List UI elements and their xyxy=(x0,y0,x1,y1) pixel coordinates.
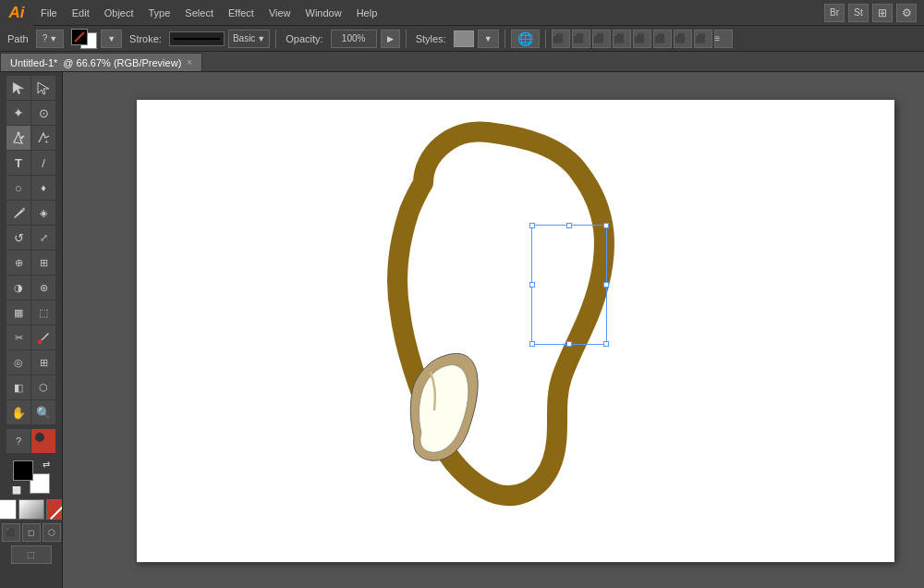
tool-row-5: ○ ♦ xyxy=(6,176,55,200)
grid-icon-btn[interactable]: ⊞ xyxy=(872,4,893,22)
line-tool[interactable]: / xyxy=(31,151,55,175)
align-left-btn[interactable]: ⬛ xyxy=(552,30,570,48)
column-graph-tool[interactable]: ▦ xyxy=(6,300,30,325)
opacity-arrow-btn[interactable]: ▶ xyxy=(381,30,400,48)
lasso-tool[interactable]: ⊙ xyxy=(31,101,55,125)
shape-builder-tool[interactable]: ◑ xyxy=(6,276,30,300)
menu-bar: Ai File Edit Object Type Select Effect V… xyxy=(0,0,924,26)
ellipse-tool[interactable]: ○ xyxy=(6,176,30,200)
swap-colors-icon[interactable]: ⇄ xyxy=(43,459,50,470)
question-tool[interactable]: ? xyxy=(6,429,30,453)
menu-select[interactable]: Select xyxy=(177,0,221,26)
paintbrush-tool[interactable]: ♦ xyxy=(31,176,55,200)
direct-select-tool[interactable] xyxy=(31,76,55,100)
hand-tool[interactable]: ✋ xyxy=(6,400,30,424)
free-transform-tool[interactable]: ⊞ xyxy=(31,251,55,275)
tool-row-14: ✋ 🔍 xyxy=(6,400,55,424)
align-top-btn[interactable]: ⬛ xyxy=(613,30,631,48)
align-center-v-btn[interactable]: ⬛ xyxy=(633,30,651,48)
slice-tool[interactable]: ✂ xyxy=(6,325,30,349)
align-center-h-btn[interactable]: ⬛ xyxy=(572,30,590,48)
stock-icon-btn[interactable]: St xyxy=(848,4,869,22)
stroke-preview[interactable] xyxy=(169,31,225,46)
tool-row-8: ⊕ ⊞ xyxy=(6,251,55,275)
select-tool[interactable] xyxy=(6,76,30,100)
menu-edit[interactable]: Edit xyxy=(65,0,97,26)
svg-marker-0 xyxy=(13,82,24,94)
add-anchor-tool[interactable]: + xyxy=(31,126,55,150)
gradient-tool[interactable]: ◧ xyxy=(6,375,30,399)
gradient-swatch[interactable] xyxy=(18,499,44,520)
menu-help[interactable]: Help xyxy=(349,0,385,26)
align-bottom-btn[interactable]: ⬛ xyxy=(653,30,672,48)
scale-tool[interactable]: ⤢ xyxy=(31,226,55,250)
artboard-tool[interactable]: ⬚ xyxy=(31,300,55,325)
default-colors-icon[interactable]: ⬜ xyxy=(12,486,21,495)
fill-arrow-btn[interactable]: ▼ xyxy=(101,30,122,48)
eyedropper-tool[interactable] xyxy=(31,325,55,349)
align-right-btn[interactable]: ⬛ xyxy=(592,30,611,48)
canvas-area[interactable] xyxy=(63,72,924,588)
pencil-tool[interactable] xyxy=(6,201,30,225)
path-type-btn[interactable]: ? ▼ xyxy=(36,30,64,48)
color-section: ? ⇄ ⬜ xyxy=(0,429,63,564)
normal-mode-btn[interactable]: ⬛ xyxy=(2,523,20,542)
pen-tool[interactable] xyxy=(6,126,30,150)
menu-file[interactable]: File xyxy=(33,0,65,26)
misc-row: ? xyxy=(6,429,55,453)
live-paint-tool[interactable]: ⬡ xyxy=(31,375,55,399)
tool-row-2: ✦ ⊙ xyxy=(6,101,55,125)
blend-tool[interactable]: ◎ xyxy=(6,350,30,374)
document-tab[interactable]: Untitled-1* @ 66.67% (RGB/Preview) × xyxy=(0,53,202,71)
globe-btn[interactable]: 🌐 xyxy=(511,30,540,48)
puppet-warp-tool[interactable]: ⊕ xyxy=(6,251,30,275)
stroke-type-select[interactable]: Basic▼ xyxy=(228,30,270,48)
type-tool[interactable]: T xyxy=(6,151,30,175)
isolation-mode-btn[interactable]: ⬡ xyxy=(43,523,61,542)
opacity-input[interactable] xyxy=(331,30,377,48)
distribute-v-btn[interactable]: ⬛ xyxy=(694,30,712,48)
tool-row-11: ✂ xyxy=(6,325,55,349)
bridge-icon-btn[interactable]: Br xyxy=(824,4,845,22)
menu-type[interactable]: Type xyxy=(141,0,178,26)
tool-row-10: ▦ ⬚ xyxy=(6,300,55,325)
spiral-indicator xyxy=(31,429,55,453)
zoom-tool[interactable]: 🔍 xyxy=(31,400,55,424)
tool-row-4: T / xyxy=(6,151,55,175)
color-swatch[interactable] xyxy=(0,499,17,520)
styles-color-box[interactable] xyxy=(454,31,474,47)
tab-close-btn[interactable]: × xyxy=(187,57,192,67)
path-label: Path xyxy=(4,33,32,44)
main-area: ✦ ⊙ + T / ○ ♦ ◈ xyxy=(0,72,924,588)
artboard xyxy=(137,100,894,562)
behind-mode-btn[interactable]: ◻ xyxy=(22,523,41,542)
blob-brush-tool[interactable]: ◈ xyxy=(31,201,55,225)
menu-object[interactable]: Object xyxy=(97,0,141,26)
rotate-tool[interactable]: ↺ xyxy=(6,226,30,250)
fill-color-box[interactable] xyxy=(13,460,33,481)
distribute-h-btn[interactable]: ⬛ xyxy=(674,30,692,48)
menu-view[interactable]: View xyxy=(261,0,298,26)
view-mode-btn[interactable]: ⬚ xyxy=(11,545,52,564)
fill-icon-area[interactable] xyxy=(71,29,97,49)
svg-text:+: + xyxy=(44,138,49,145)
symbol-tool[interactable]: ⊛ xyxy=(31,276,55,300)
none-swatch[interactable] xyxy=(46,499,64,520)
options-bar: Path ? ▼ ▼ Stroke: Basic▼ Opacity: ▶ Sty… xyxy=(0,26,924,52)
menu-icons-area: Br St ⊞ ⚙ xyxy=(824,4,924,22)
tool-row-3: + xyxy=(6,126,55,150)
swatch-row xyxy=(0,499,63,520)
more-options-btn[interactable]: ≡ xyxy=(714,30,733,48)
tool-row-9: ◑ ⊛ xyxy=(6,276,55,300)
tab-bar: Untitled-1* @ 66.67% (RGB/Preview) × xyxy=(0,52,924,72)
styles-arrow-btn[interactable]: ▼ xyxy=(478,30,499,48)
mode-row: ⬛ ◻ ⬡ xyxy=(2,523,61,542)
menu-effect[interactable]: Effect xyxy=(221,0,261,26)
settings-icon-btn[interactable]: ⚙ xyxy=(896,4,917,22)
svg-marker-1 xyxy=(38,82,49,94)
magic-wand-tool[interactable]: ✦ xyxy=(6,101,30,125)
svg-rect-4 xyxy=(38,340,42,344)
align-buttons: ⬛ ⬛ ⬛ ⬛ ⬛ ⬛ ⬛ ⬛ ≡ xyxy=(552,30,733,48)
menu-window[interactable]: Window xyxy=(298,0,349,26)
mesh-tool[interactable]: ⊞ xyxy=(31,350,55,374)
